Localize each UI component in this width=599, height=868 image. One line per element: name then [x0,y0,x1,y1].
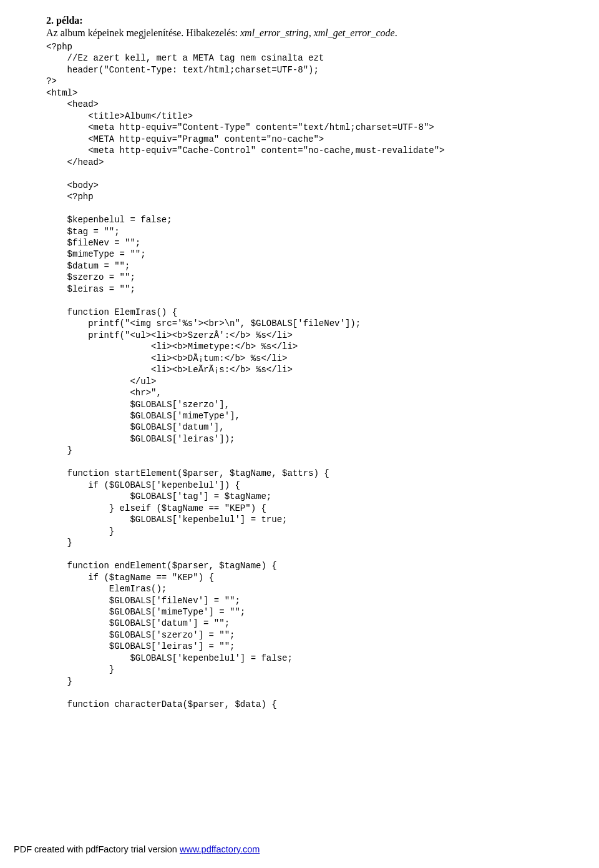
footer-text: PDF created with pdfFactory trial versio… [14,844,180,854]
intro-suffix: . [395,27,397,38]
intro-sep: , [309,27,314,38]
document-page: 2. példa: Az album képeinek megjelenítés… [0,0,599,710]
code-block: <?php //Ez azert kell, mert a META tag n… [46,41,564,710]
footer-link[interactable]: www.pdffactory.com [180,844,260,854]
intro-em-1: xml_error_string [240,27,309,38]
footer: PDF created with pdfFactory trial versio… [14,844,260,854]
intro-prefix: Az album képeinek megjelenítése. Hibakez… [46,27,240,38]
example-heading: 2. példa: [46,15,564,26]
intro-paragraph: Az album képeinek megjelenítése. Hibakez… [46,27,564,39]
intro-em-2: xml_get_error_code [314,27,395,38]
